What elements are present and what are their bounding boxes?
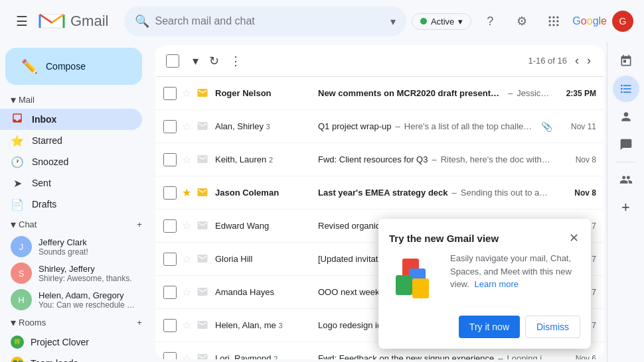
- next-page-icon[interactable]: ›: [584, 51, 594, 70]
- email-preview: Jessica Dow said What about Eva...: [517, 88, 551, 98]
- email-subject: Q1 project wrap-up: [318, 121, 392, 131]
- status-badge[interactable]: Active ▾: [412, 13, 471, 30]
- sidebar-item-starred[interactable]: ⭐ Starred: [0, 130, 142, 151]
- star-icon[interactable]: ★: [182, 186, 191, 199]
- email-checkbox[interactable]: [163, 153, 177, 166]
- email-snippet: Fwd: Feedback on the new signup experien…: [318, 353, 551, 359]
- calendar-panel-icon[interactable]: [613, 48, 639, 74]
- right-panel: +: [607, 42, 644, 362]
- email-row[interactable]: ☆ Roger Nelson New comments on MCR2020 d…: [155, 77, 604, 110]
- email-checkbox[interactable]: [163, 253, 177, 266]
- email-snippet: Fwd: Client resources for Q3 – Ritesh, h…: [318, 154, 551, 164]
- dismiss-button[interactable]: Dismiss: [525, 316, 580, 338]
- sender-name: Lori, Raymond 2: [215, 353, 318, 359]
- search-bar[interactable]: 🔍 ▾: [124, 6, 406, 36]
- search-dropdown-icon[interactable]: ▾: [390, 15, 396, 28]
- email-checkbox[interactable]: [163, 352, 177, 360]
- chat-item-jeffery[interactable]: J Jeffery Clark Sounds great!: [0, 233, 142, 260]
- help-icon[interactable]: ?: [477, 8, 503, 34]
- dropdown-arrow-icon[interactable]: ▾: [190, 51, 201, 71]
- prev-page-icon[interactable]: ‹: [572, 51, 582, 70]
- email-extras: 2:35 PM: [556, 89, 596, 98]
- email-row[interactable]: ☆ Keith, Lauren 2 Fwd: Client resources …: [155, 143, 604, 176]
- star-icon[interactable]: ☆: [182, 253, 191, 265]
- email-row[interactable]: ★ Jason Coleman Last year's EMEA strateg…: [155, 176, 604, 210]
- popup-actions: Try it now Dismiss: [389, 316, 580, 338]
- settings-icon[interactable]: ⚙: [509, 8, 535, 34]
- email-checkbox[interactable]: [163, 87, 177, 100]
- chat-section-header[interactable]: ▾ Chat +: [0, 215, 153, 233]
- popup-illustration: [389, 252, 442, 305]
- compose-icon: ✏️: [21, 58, 38, 74]
- star-icon[interactable]: ☆: [182, 286, 191, 298]
- status-dot: [420, 18, 427, 25]
- sidebar-item-snoozed[interactable]: 🕐 Snoozed: [0, 151, 142, 172]
- logo: Gmail: [39, 12, 108, 30]
- add-panel-icon[interactable]: +: [613, 194, 639, 221]
- add-room-button[interactable]: +: [131, 314, 147, 330]
- mail-section-header[interactable]: ▾ Mail: [0, 90, 153, 109]
- email-snippet: New comments on MCR2020 draft presentati…: [318, 88, 551, 98]
- rooms-section-header[interactable]: ▾ Rooms +: [0, 313, 153, 332]
- email-checkbox[interactable]: [163, 186, 177, 200]
- email-checkbox[interactable]: [163, 286, 177, 299]
- email-type-icon: [197, 120, 210, 133]
- email-type-icon: [197, 186, 210, 200]
- menu-icon[interactable]: ☰: [11, 8, 33, 34]
- tasks-panel-icon[interactable]: [613, 76, 639, 102]
- meet-panel-icon[interactable]: [613, 131, 639, 158]
- room-item-team-leads[interactable]: 👥 Team leads: [0, 353, 142, 362]
- sender-name: Roger Nelson: [215, 88, 318, 98]
- sidebar-item-sent[interactable]: ➤ Sent: [0, 172, 142, 194]
- star-icon[interactable]: ☆: [182, 120, 191, 133]
- logo-text: Gmail: [70, 13, 108, 30]
- attachment-icon: 📎: [541, 121, 552, 132]
- people-panel-icon[interactable]: [613, 166, 639, 193]
- email-extras: Nov 6: [556, 354, 596, 360]
- email-snippet: Last year's EMEA strategy deck – Sending…: [318, 188, 551, 198]
- email-type-icon: [197, 219, 210, 233]
- contacts-panel-icon[interactable]: [613, 103, 639, 130]
- more-options-icon[interactable]: ⋮: [227, 51, 244, 71]
- avatar[interactable]: G: [612, 11, 633, 32]
- star-icon[interactable]: ☆: [182, 319, 191, 332]
- learn-more-link[interactable]: Learn more: [475, 279, 519, 289]
- chat-item-helen[interactable]: H Helen, Adam, Gregory You: Can we resch…: [0, 286, 142, 313]
- email-subject: Last year's EMEA strategy deck: [318, 188, 448, 198]
- email-preview: Looping in Annika. The feedback we've...: [507, 353, 551, 359]
- try-it-now-button[interactable]: Try it now: [459, 316, 520, 338]
- star-icon[interactable]: ☆: [182, 153, 191, 166]
- refresh-icon[interactable]: ↻: [206, 51, 222, 71]
- email-subject: OOO next week: [318, 287, 379, 297]
- star-icon[interactable]: ☆: [182, 219, 191, 232]
- inbox-label: Inbox: [32, 114, 56, 125]
- apps-icon[interactable]: [540, 8, 567, 34]
- chat-item-shirley[interactable]: S Shirley, Jeffery Shirley: Awesome, tha…: [0, 260, 142, 286]
- chat-name-helen: Helen, Adam, Gregory: [39, 290, 137, 300]
- sidebar-item-inbox[interactable]: Inbox: [0, 109, 142, 130]
- select-all-checkbox[interactable]: [166, 54, 179, 68]
- room-item-project-clover[interactable]: 🍀 Project Clover: [0, 332, 142, 353]
- email-checkbox[interactable]: [163, 120, 177, 133]
- add-chat-button[interactable]: +: [131, 216, 147, 232]
- star-icon[interactable]: ☆: [182, 352, 191, 359]
- star-icon[interactable]: ☆: [182, 87, 191, 99]
- sidebar-item-drafts[interactable]: 📄 Drafts: [0, 194, 142, 215]
- room-name-team-leads: Team leads: [31, 358, 78, 362]
- email-extras: 📎 Nov 11: [541, 121, 596, 132]
- search-input[interactable]: [155, 15, 385, 27]
- starred-label: Starred: [32, 135, 62, 146]
- sender-name: Alan, Shirley 3: [215, 121, 318, 131]
- email-checkbox[interactable]: [163, 319, 177, 332]
- email-extras: Nov 8: [556, 188, 596, 198]
- email-subject: Fwd: Client resources for Q3: [318, 154, 428, 164]
- email-row[interactable]: ☆ Alan, Shirley 3 Q1 project wrap-up – H…: [155, 110, 604, 143]
- svg-point-4: [553, 20, 555, 22]
- chat-info-helen: Helen, Adam, Gregory You: Can we resched…: [39, 290, 137, 310]
- email-checkbox[interactable]: [163, 219, 177, 233]
- sender-name: Keith, Lauren 2: [215, 154, 318, 164]
- popup-close-button[interactable]: ✕: [568, 229, 580, 247]
- svg-point-3: [549, 20, 551, 22]
- chat-avatar-helen: H: [11, 289, 32, 310]
- compose-button[interactable]: ✏️ Compose: [5, 48, 142, 85]
